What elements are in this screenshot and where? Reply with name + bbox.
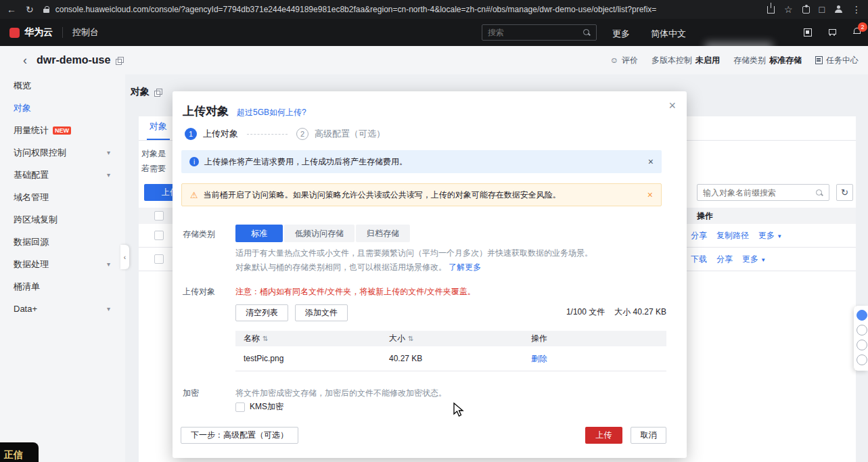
- dialog-close-icon[interactable]: ×: [668, 99, 676, 112]
- sidebar-item-data-back[interactable]: 数据回源: [0, 231, 125, 253]
- mouse-cursor: [453, 402, 465, 417]
- download-link[interactable]: 下载: [691, 254, 707, 265]
- nav-more-link[interactable]: 更多: [612, 28, 630, 40]
- sidebar-item-access-control[interactable]: 访问权限控制 ▾: [0, 141, 125, 164]
- notification-badge: 2: [858, 22, 867, 32]
- sidebar-item-basic-config[interactable]: 基础配置 ▾: [0, 164, 125, 186]
- warning-banner: ⚠ 当前桶开启了访问策略。如果访问策略允许公共读或公共读写，上传的对象可能存在数…: [181, 183, 662, 206]
- clear-list-button[interactable]: 清空列表: [235, 304, 288, 321]
- more-dropdown[interactable]: 更多 ▼: [742, 254, 766, 265]
- page-title: 对象: [131, 86, 150, 98]
- sidebar-item-usage-stats[interactable]: 用量统计 NEW: [0, 119, 125, 141]
- extensions-icon[interactable]: [802, 6, 810, 14]
- delete-file-link[interactable]: 删除: [523, 353, 666, 365]
- search-icon[interactable]: [815, 189, 823, 197]
- info-banner-close-icon[interactable]: ×: [648, 156, 654, 167]
- address-bar[interactable]: console.huaweicloud.com/console/?agencyI…: [43, 5, 758, 14]
- storage-option-infrequent[interactable]: 低频访问存储: [284, 225, 355, 242]
- col-name-header: 名称: [244, 333, 260, 344]
- browser-back-icon[interactable]: ←: [7, 5, 16, 14]
- notifications-bell[interactable]: 2: [853, 28, 861, 38]
- feedback-float-icon[interactable]: [856, 325, 867, 336]
- browser-profile-icon[interactable]: [834, 5, 842, 14]
- sort-icon[interactable]: ⇅: [262, 335, 268, 342]
- chevron-down-icon: ▾: [107, 305, 110, 313]
- task-center-button[interactable]: 任务中心: [815, 55, 859, 66]
- console-grid-icon[interactable]: [804, 28, 812, 37]
- page-title-icon[interactable]: [154, 89, 162, 96]
- huawei-cloud-logo[interactable]: 华为云: [9, 26, 53, 39]
- nav-console-link[interactable]: 控制台: [72, 26, 99, 39]
- file-count: 1/100 文件: [566, 306, 605, 318]
- browser-reload-icon[interactable]: ↻: [26, 5, 34, 14]
- sidebar-item-inventory[interactable]: 桶清单: [0, 275, 125, 298]
- url-text[interactable]: console.huaweicloud.com/console/?agencyI…: [55, 5, 657, 14]
- browser-menu-icon[interactable]: ⋮: [852, 5, 861, 14]
- lock-icon: [43, 6, 50, 14]
- object-search-box[interactable]: [697, 184, 829, 201]
- storage-class-desc-2: 对象默认与桶的存储类别相同，也可以根据适用场景修改。: [235, 262, 447, 272]
- share-link[interactable]: 分享: [691, 230, 707, 241]
- contact-float-icon[interactable]: [856, 354, 867, 365]
- chevron-down-icon: ▾: [107, 260, 110, 268]
- share-icon[interactable]: [767, 6, 775, 14]
- share-link[interactable]: 分享: [716, 254, 733, 265]
- file-name: testPic.png: [235, 354, 381, 363]
- object-search-input[interactable]: [703, 188, 811, 198]
- refresh-list-button[interactable]: ↻: [836, 184, 853, 201]
- nav-language-link[interactable]: 简体中文: [651, 28, 686, 40]
- page-header: ‹ dwr-demo-use ☺ 评价 多版本控制 未启用 存储类别 标准存储 …: [0, 46, 868, 74]
- info-banner-text: 上传操作将产生请求费用，上传成功后将产生存储费用。: [204, 156, 407, 168]
- global-search[interactable]: [482, 24, 597, 41]
- upload-confirm-button[interactable]: 上传: [585, 427, 622, 444]
- versioning-status[interactable]: 多版本控制 未启用: [652, 55, 720, 66]
- storage-class-status: 存储类别 标准存储: [733, 55, 802, 66]
- corner-overlay-text: 正信: [4, 449, 23, 461]
- copy-bucket-name-icon[interactable]: [116, 57, 123, 64]
- step-2-circle: 2: [296, 128, 309, 140]
- survey-float-icon[interactable]: [856, 340, 867, 350]
- storage-option-archive[interactable]: 归档存储: [356, 225, 410, 242]
- learn-more-link[interactable]: 了解更多: [449, 262, 481, 272]
- file-row: testPic.png 40.27 KB 删除: [235, 346, 666, 371]
- warning-banner-text: 当前桶开启了访问策略。如果访问策略允许公共读或公共读写，上传的对象可能存在数据安…: [204, 189, 561, 201]
- storage-class-desc-1: 适用于有大量热点文件或小文件，且需要频繁访问（平均一个月多次）并快速获取数据的业…: [235, 248, 593, 259]
- row-checkbox[interactable]: [154, 231, 164, 240]
- sidebar-item-data-plus[interactable]: Data+ ▾: [0, 298, 125, 320]
- more-dropdown[interactable]: 更多 ▼: [758, 230, 782, 241]
- bookmark-star-icon[interactable]: ☆: [784, 5, 793, 14]
- panel-icon[interactable]: □: [819, 5, 825, 14]
- row-checkbox[interactable]: [154, 254, 164, 264]
- cart-icon[interactable]: [828, 28, 837, 37]
- browser-chrome: ← ↻ console.huaweicloud.com/console/?age…: [0, 0, 868, 19]
- storage-option-standard[interactable]: 标准: [235, 225, 283, 242]
- sidebar-collapse-handle[interactable]: ‹: [120, 245, 129, 269]
- cancel-button[interactable]: 取消: [631, 427, 666, 444]
- over-5gb-help-link[interactable]: 超过5GB如何上传?: [237, 107, 306, 118]
- warning-banner-close-icon[interactable]: ×: [647, 189, 653, 200]
- copy-path-link[interactable]: 复制路径: [716, 230, 749, 241]
- add-file-button[interactable]: 添加文件: [295, 304, 348, 321]
- sidebar-item-data-processing[interactable]: 数据处理 ▾: [0, 253, 125, 275]
- warning-icon: ⚠: [190, 190, 198, 200]
- back-chevron-icon[interactable]: ‹: [23, 54, 27, 66]
- kms-checkbox[interactable]: [235, 402, 245, 412]
- sort-icon[interactable]: ⇅: [408, 335, 413, 342]
- search-icon[interactable]: [583, 28, 591, 37]
- select-all-checkbox[interactable]: [154, 211, 164, 221]
- next-step-button[interactable]: 下一步：高级配置（可选）: [181, 427, 298, 444]
- sidebar-item-domain-mgmt[interactable]: 域名管理: [0, 186, 125, 208]
- kms-checkbox-label: KMS加密: [250, 401, 283, 413]
- info-banner: i 上传操作将产生请求费用，上传成功后将产生存储费用。 ×: [181, 150, 662, 173]
- sidebar-item-objects[interactable]: 对象: [0, 97, 125, 119]
- encryption-label: 加密: [183, 388, 199, 399]
- bucket-title: dwr-demo-use: [37, 54, 110, 66]
- sidebar-item-cross-region[interactable]: 跨区域复制: [0, 208, 125, 231]
- sidebar-item-overview[interactable]: 概览: [0, 74, 125, 97]
- global-search-input[interactable]: [488, 28, 578, 37]
- support-icon[interactable]: [856, 310, 867, 321]
- feedback-button[interactable]: ☺ 评价: [610, 55, 638, 66]
- info-icon: i: [189, 157, 199, 166]
- tab-objects[interactable]: 对象: [147, 120, 170, 140]
- step-2-label: 高级配置（可选）: [315, 128, 385, 140]
